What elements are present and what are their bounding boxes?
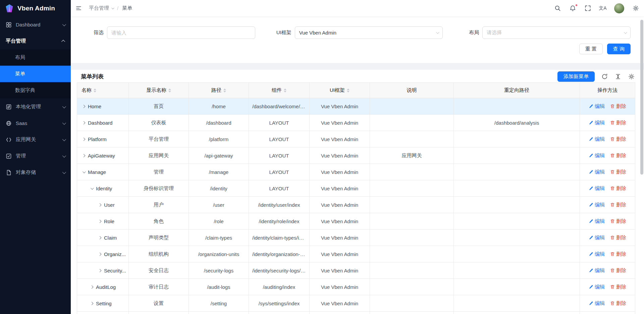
- edit-button[interactable]: 编辑: [589, 235, 605, 241]
- delete-button[interactable]: 删除: [610, 103, 626, 110]
- column-header[interactable]: UI框架: [310, 83, 370, 98]
- edit-button[interactable]: 编辑: [589, 185, 605, 192]
- cell-ui-framework: Vue Vben Admin: [310, 295, 370, 312]
- delete-button[interactable]: 删除: [610, 300, 626, 307]
- cell-name: User: [77, 197, 129, 213]
- delete-button[interactable]: 删除: [610, 235, 626, 241]
- row-expand-caret[interactable]: [82, 137, 86, 141]
- table-row[interactable]: Platform平台管理/platformLAYOUTVue Vben Admi…: [77, 131, 635, 147]
- sidebar-item-manage[interactable]: 管理: [0, 148, 71, 164]
- reset-button[interactable]: 重 置: [579, 44, 603, 54]
- column-header[interactable]: 组件: [249, 83, 310, 98]
- sidebar-item-layout[interactable]: 布局: [0, 49, 71, 66]
- table-row[interactable]: Identity身份标识管理/identityLAYOUTVue Vben Ad…: [77, 180, 635, 197]
- row-expand-caret[interactable]: [90, 285, 94, 289]
- sidebar-item-platform[interactable]: 平台管理: [0, 33, 71, 49]
- table-row[interactable]: AuditLog审计日志/audit-logs/auditing/indexVu…: [77, 279, 635, 295]
- row-expand-caret[interactable]: [90, 302, 94, 305]
- table-row[interactable]: User用户/user/identity/user/indexVue Vben …: [77, 197, 635, 213]
- edit-button[interactable]: 编辑: [589, 284, 605, 290]
- edit-button[interactable]: 编辑: [589, 251, 605, 257]
- delete-button[interactable]: 删除: [610, 218, 626, 225]
- table-row[interactable]: Claim声明类型/claim-types/identity/claim-typ…: [77, 230, 635, 246]
- row-expand-caret[interactable]: [98, 203, 102, 206]
- row-expand-caret[interactable]: [98, 236, 102, 239]
- delete-button[interactable]: 删除: [610, 267, 626, 274]
- sidebar-item-storage[interactable]: 对象存储: [0, 164, 71, 181]
- cell-redirect-path: [454, 147, 580, 164]
- table-row[interactable]: Home首页/home/dashboard/welcome/in...Vue V…: [77, 98, 635, 115]
- row-expand-caret[interactable]: [98, 219, 102, 223]
- logo[interactable]: Vben Admin: [0, 0, 71, 16]
- edit-button[interactable]: 编辑: [589, 169, 605, 175]
- row-expand-caret[interactable]: [98, 269, 102, 272]
- row-name-text: Security...: [104, 268, 126, 273]
- cell-ui-framework: Vue Vben Admin: [310, 230, 370, 246]
- table-row[interactable]: ApiGateway应用网关/api-gatewayLAYOUTVue Vben…: [77, 147, 635, 164]
- table-settings-gear-icon[interactable]: [628, 73, 635, 80]
- breadcrumb-item-menu[interactable]: 菜单: [122, 5, 132, 11]
- delete-button[interactable]: 删除: [610, 284, 626, 290]
- table-row[interactable]: Manage管理/manageLAYOUTVue Vben Admin编辑删除: [77, 164, 635, 180]
- layout-select[interactable]: 请选择: [482, 26, 631, 39]
- edit-button[interactable]: 编辑: [589, 152, 605, 159]
- keyword-input[interactable]: [107, 26, 255, 39]
- delete-button[interactable]: 删除: [610, 185, 626, 192]
- row-expand-caret[interactable]: [82, 105, 86, 108]
- delete-button[interactable]: 删除: [610, 152, 626, 159]
- refresh-icon[interactable]: [601, 73, 608, 80]
- fullscreen-icon[interactable]: [584, 5, 591, 12]
- ui-framework-select[interactable]: Vue Vben Admin: [295, 26, 443, 39]
- translate-icon[interactable]: 文A: [599, 5, 606, 12]
- delete-button[interactable]: 删除: [610, 169, 626, 175]
- sidebar-item-menu[interactable]: 菜单: [0, 66, 71, 82]
- search-icon[interactable]: [554, 5, 561, 12]
- avatar[interactable]: [614, 3, 624, 13]
- table-row[interactable]: Security...安全日志/security-logs/identity/s…: [77, 262, 635, 279]
- table-row[interactable]: Role角色/role/identity/role/indexVue Vben …: [77, 213, 635, 230]
- edit-button[interactable]: 编辑: [589, 120, 605, 126]
- notification-bell-icon[interactable]: [569, 5, 576, 12]
- page-scrollbar[interactable]: [640, 18, 644, 313]
- table-row[interactable]: Setting设置/setting/sys/settings/indexVue …: [77, 295, 635, 312]
- delete-button[interactable]: 删除: [610, 136, 626, 142]
- edit-button[interactable]: 编辑: [589, 202, 605, 208]
- query-button[interactable]: 查 询: [607, 44, 631, 54]
- edit-button[interactable]: 编辑: [589, 218, 605, 225]
- column-header-label: 操作方法: [597, 87, 618, 93]
- cell-redirect-path: [454, 230, 580, 246]
- sidebar-item-localization[interactable]: 本地化管理: [0, 99, 71, 115]
- table-header-row: 名称显示名称路径组件UI框架说明重定向路径操作方法: [77, 83, 635, 98]
- sidebar-item-saas[interactable]: Saas: [0, 115, 71, 131]
- row-expand-caret[interactable]: [83, 170, 86, 173]
- table-row[interactable]: Dashboard仪表板/dashboardLAYOUTVue Vben Adm…: [77, 115, 635, 131]
- add-menu-button[interactable]: 添加新菜单: [557, 71, 595, 82]
- scrollbar-thumb[interactable]: [640, 20, 643, 175]
- edit-button[interactable]: 编辑: [589, 300, 605, 307]
- settings-gear-icon[interactable]: [632, 5, 639, 12]
- row-height-icon[interactable]: [614, 73, 622, 80]
- delete-button[interactable]: 删除: [610, 120, 626, 126]
- row-expand-caret[interactable]: [98, 252, 102, 256]
- menu-fold-icon[interactable]: [75, 5, 82, 12]
- row-expand-caret[interactable]: [82, 154, 86, 157]
- column-header[interactable]: 路径: [189, 83, 249, 98]
- sidebar-item-gateway[interactable]: 应用网关: [0, 131, 71, 148]
- column-header[interactable]: 名称: [77, 83, 129, 98]
- edit-button[interactable]: 编辑: [589, 103, 605, 110]
- column-header[interactable]: 显示名称: [129, 83, 189, 98]
- row-name-text: Home: [88, 104, 101, 109]
- edit-button[interactable]: 编辑: [589, 136, 605, 142]
- delete-button[interactable]: 删除: [610, 251, 626, 257]
- row-name-text: Setting: [96, 301, 112, 306]
- edit-button[interactable]: 编辑: [589, 267, 605, 274]
- table-row[interactable]: Organiz...组织机构/organization-units/identi…: [77, 246, 635, 262]
- row-expand-caret[interactable]: [82, 121, 86, 124]
- sidebar-item-dashboard[interactable]: Dashboard: [0, 16, 71, 33]
- breadcrumb-item-platform[interactable]: 平台管理: [89, 5, 113, 11]
- delete-button[interactable]: 删除: [610, 202, 626, 208]
- cell-component: /auditing/index: [249, 279, 310, 295]
- sidebar-item-dict[interactable]: 数据字典: [0, 82, 71, 99]
- sidebar-submenu: 布局菜单数据字典: [0, 49, 71, 99]
- row-expand-caret[interactable]: [91, 186, 94, 190]
